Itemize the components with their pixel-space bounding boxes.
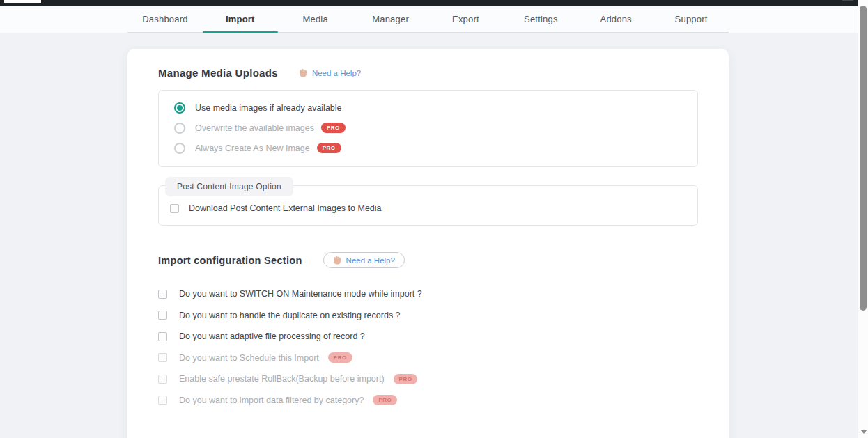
media-upload-options-box: Use media images if already available Ov…	[158, 90, 698, 167]
checkbox-row-safe-prestate-rollback[interactable]: Enable safe prestate RollBack(Backup bef…	[158, 368, 698, 390]
checkbox-label: Enable safe prestate RollBack(Backup bef…	[179, 374, 385, 384]
post-content-image-option-box: Post Content Image Option Download Post …	[158, 185, 698, 226]
section-title-import-configuration: Import configuration Section	[158, 255, 302, 266]
tab-dashboard[interactable]: Dashboard	[127, 6, 203, 32]
radio-row-use-media-images[interactable]: Use media images if already available	[174, 97, 697, 118]
raised-hand-icon	[333, 256, 342, 265]
checkbox-row-schedule-import[interactable]: Do you want to Schedule this Import PRO	[158, 347, 698, 369]
tab-addons[interactable]: Addons	[578, 6, 653, 32]
radio-row-overwrite-images[interactable]: Overwrite the available images PRO	[174, 118, 697, 138]
radio-label: Use media images if already available	[195, 103, 342, 113]
checkbox-row-adaptive-file-processing[interactable]: Do you want adaptive file processing of …	[158, 326, 698, 347]
radio-button[interactable]	[174, 123, 185, 134]
radio-row-always-create-new[interactable]: Always Create As New Image PRO	[174, 138, 697, 158]
checkbox-unchecked[interactable]	[158, 332, 167, 341]
checkbox-label: Do you want to SWITCH ON Maintenance mod…	[179, 289, 422, 299]
checkbox-row-filter-by-category[interactable]: Do you want to import data filtered by c…	[158, 390, 698, 412]
need-help-link[interactable]: Need a Help?	[299, 68, 361, 77]
need-help-label: Need a Help?	[346, 256, 395, 265]
avatar[interactable]	[842, 0, 853, 1]
need-help-label: Need a Help?	[312, 69, 361, 77]
checkbox-unchecked[interactable]	[158, 353, 167, 362]
scrollbar-thumb[interactable]	[860, 6, 867, 311]
post-content-image-option-tag: Post Content Image Option	[165, 177, 293, 196]
section-title-manage-media-uploads: Manage Media Uploads	[158, 67, 278, 79]
adminbar-site-name[interactable]: g settin	[4, 0, 41, 3]
pro-badge: PRO	[394, 374, 418, 384]
radio-button[interactable]	[174, 143, 185, 154]
checkbox-unchecked[interactable]	[158, 311, 167, 320]
tab-media[interactable]: Media	[278, 6, 353, 32]
checkbox-row-download-external-images[interactable]: Download Post Content External Images to…	[170, 203, 697, 214]
checkbox-row-maintenance-mode[interactable]: Do you want to SWITCH ON Maintenance mod…	[158, 283, 698, 305]
checkbox-unchecked[interactable]	[170, 204, 179, 213]
radio-label: Overwrite the available images	[195, 123, 314, 133]
import-config-checkbox-list: Do you want to SWITCH ON Maintenance mod…	[158, 283, 698, 411]
checkbox-label: Do you want adaptive file processing of …	[179, 331, 365, 341]
pro-badge: PRO	[317, 143, 341, 153]
tab-support[interactable]: Support	[653, 6, 729, 32]
scrollbar-down-arrow-icon[interactable]	[860, 430, 867, 434]
tab-export[interactable]: Export	[428, 6, 504, 32]
scrollbar-track[interactable]	[858, 0, 868, 438]
pro-badge: PRO	[328, 352, 352, 363]
need-help-pill-button[interactable]: Need a Help?	[323, 252, 405, 268]
tab-import[interactable]: Import	[203, 6, 278, 32]
checkbox-unchecked[interactable]	[158, 375, 167, 384]
checkbox-unchecked[interactable]	[158, 290, 167, 299]
raised-hand-icon	[299, 68, 308, 77]
checkbox-label: Do you want to Schedule this Import	[179, 353, 319, 363]
import-settings-card: Manage Media Uploads Need a Help?	[127, 49, 729, 438]
checkbox-label: Download Post Content External Images to…	[189, 203, 382, 213]
tab-settings[interactable]: Settings	[503, 6, 578, 32]
wp-admin-bar: g settin ↻ 3 0 + New Howdy, admin	[0, 0, 858, 6]
pro-badge: PRO	[321, 123, 346, 133]
radio-button-checked[interactable]	[174, 102, 185, 114]
checkbox-unchecked[interactable]	[158, 396, 167, 405]
tab-bar: Dashboard Import Media Manager Export Se…	[127, 6, 729, 33]
radio-label: Always Create As New Image	[195, 143, 310, 153]
tab-manager[interactable]: Manager	[353, 6, 428, 32]
checkbox-label: Do you want to import data filtered by c…	[179, 396, 364, 405]
pro-badge: PRO	[373, 395, 397, 405]
plugin-nav-bar: Dashboard Import Media Manager Export Se…	[0, 6, 858, 33]
checkbox-row-handle-duplicate[interactable]: Do you want to handle the duplicate on e…	[158, 305, 698, 327]
checkbox-label: Do you want to handle the duplicate on e…	[179, 311, 401, 320]
